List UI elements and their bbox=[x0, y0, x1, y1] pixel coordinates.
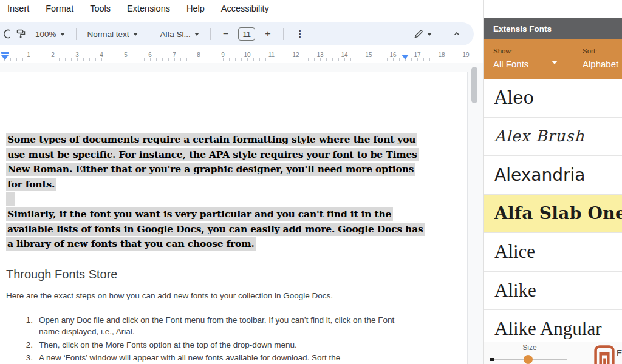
font-list-item[interactable]: Aleo bbox=[484, 79, 622, 118]
decrease-font-size-button[interactable]: − bbox=[219, 29, 232, 39]
document-page[interactable]: Some types of documents require a certai… bbox=[0, 72, 468, 364]
extensis-brand-text: E bbox=[617, 348, 622, 358]
document-numbered-list: 1. Open any Doc file and click on the Fo… bbox=[0, 314, 401, 364]
paragraph-selected-2: Similarly, if the font you want is very … bbox=[6, 207, 425, 252]
right-indent-marker[interactable] bbox=[402, 55, 409, 59]
font-list-item[interactable]: Alice bbox=[484, 233, 622, 272]
increase-font-size-button[interactable]: + bbox=[261, 29, 274, 39]
show-filter: Show: All Fonts bbox=[493, 47, 572, 69]
font-list-item[interactable]: Alexandria bbox=[484, 156, 622, 195]
selected-text-line: Some types of documents require a certai… bbox=[6, 133, 417, 146]
font-list: Aleo Alex Brush Alexandria Alfa Slab One… bbox=[484, 79, 622, 349]
paragraph-selected-1: Some types of documents require a certai… bbox=[6, 132, 419, 192]
font-list-item[interactable]: Alex Brush bbox=[484, 118, 622, 157]
ruler-number: 11 bbox=[268, 52, 275, 58]
ruler-ticks bbox=[4, 58, 471, 61]
selected-text-line: available lists of fonts in Google Docs,… bbox=[6, 223, 425, 236]
ruler-number: 13 bbox=[316, 52, 324, 58]
list-item-text: A new ‘Fonts’ window will appear with al… bbox=[39, 352, 399, 363]
selected-text-line: New Roman. Either that or you're a graph… bbox=[6, 163, 415, 176]
left-indent-marker[interactable] bbox=[1, 55, 9, 60]
sort-dropdown[interactable]: Alphabet bbox=[583, 59, 622, 69]
list-item-text: Open any Doc file and click on the Font … bbox=[39, 314, 399, 338]
ruler-number: 12 bbox=[292, 52, 299, 58]
list-item: 3. A new ‘Fonts’ window will appear with… bbox=[0, 352, 401, 363]
ruler-number: 2 bbox=[49, 52, 56, 58]
toolbar: 100% Normal text Alfa Sl... − 11 + ⋮ bbox=[0, 16, 483, 51]
ruler-number: 14 bbox=[341, 52, 348, 58]
menu-items: Insert Format Tools Extensions Help Acce… bbox=[7, 0, 269, 16]
ruler-number: 3 bbox=[73, 52, 81, 58]
extensis-fonts-sidebar: Extensis Fonts Show: All Fonts Sort: Alp… bbox=[483, 0, 622, 364]
chevron-down-icon[interactable] bbox=[552, 61, 558, 64]
ruler-number: 5 bbox=[122, 52, 129, 58]
sidebar-title: Extensis Fonts bbox=[493, 24, 552, 33]
font-family-value: Alfa Sl... bbox=[160, 30, 191, 39]
redo-icon[interactable] bbox=[4, 29, 10, 39]
sidebar-controls: Show: All Fonts Sort: Alphabet bbox=[484, 39, 622, 79]
extensis-logo-icon bbox=[593, 345, 616, 364]
list-item-number: 2. bbox=[18, 339, 33, 351]
font-sample-text: Alexandria bbox=[494, 165, 585, 185]
ruler-number: 6 bbox=[146, 52, 154, 58]
sidebar-top-strip bbox=[484, 0, 622, 18]
list-item: 2. Then, click on the More Fonts option … bbox=[0, 339, 401, 351]
ruler-number: 10 bbox=[244, 52, 251, 58]
divider bbox=[443, 28, 443, 40]
pen-icon bbox=[414, 29, 423, 39]
selected-text-line: for fonts. bbox=[6, 178, 56, 191]
list-item-text: Then, click on the More Fonts option at … bbox=[39, 339, 399, 351]
first-line-indent-marker[interactable] bbox=[1, 52, 9, 54]
font-sample-text: Alice bbox=[494, 241, 535, 263]
list-item-number: 3. bbox=[18, 352, 33, 363]
menu-item[interactable]: Extensions bbox=[127, 4, 170, 13]
font-list-item[interactable]: Alfa Slab One bbox=[484, 195, 622, 234]
collapse-toolbar-button[interactable] bbox=[452, 29, 462, 39]
font-sample-text: Aleo bbox=[494, 87, 534, 108]
editing-mode-select[interactable] bbox=[411, 27, 434, 41]
ruler-number: 19 bbox=[462, 52, 470, 58]
divider bbox=[76, 28, 77, 40]
ruler[interactable]: 1 2 3 4 5 6 7 8 9 10 11 12 13 14 15 16 1… bbox=[0, 51, 483, 63]
menu-item[interactable]: Tools bbox=[90, 4, 111, 13]
chevron-down-icon bbox=[60, 33, 65, 36]
selected-text-line: a library of new fonts that you can choo… bbox=[6, 237, 256, 251]
font-size-input[interactable]: 11 bbox=[238, 27, 255, 41]
selected-empty-line bbox=[6, 192, 15, 206]
size-slider-thumb[interactable] bbox=[524, 355, 533, 364]
sidebar-bottom-bar: Size E bbox=[484, 342, 622, 364]
toolbar-pill: 100% Normal text Alfa Sl... − 11 + ⋮ bbox=[0, 22, 474, 46]
chevron-down-icon bbox=[427, 33, 432, 36]
menu-item[interactable]: Accessibility bbox=[221, 4, 269, 13]
ruler-number: 16 bbox=[389, 52, 397, 58]
sort-label: Sort: bbox=[583, 47, 622, 55]
sidebar-header: Extensis Fonts bbox=[484, 18, 622, 39]
ruler-number: 17 bbox=[414, 52, 421, 58]
menu-item[interactable]: Help bbox=[186, 4, 205, 13]
ruler-number: 4 bbox=[98, 52, 105, 58]
toolbar-overflow-button[interactable]: ⋮ bbox=[292, 29, 309, 39]
divider bbox=[149, 28, 149, 40]
font-sample-text: Alike bbox=[494, 280, 536, 302]
ruler-number: 1 bbox=[25, 52, 32, 58]
ruler-number: 9 bbox=[219, 52, 227, 58]
menu-item[interactable]: Format bbox=[46, 4, 73, 13]
selected-text-line: use must be specific. For instance, the … bbox=[6, 148, 419, 161]
menu-item[interactable]: Insert bbox=[7, 4, 29, 13]
divider bbox=[283, 28, 284, 40]
paint-format-icon[interactable] bbox=[16, 29, 27, 39]
document-intro-text: Here are the exact steps on how you can … bbox=[6, 291, 333, 300]
zoom-select[interactable]: 100% bbox=[33, 27, 67, 41]
show-dropdown[interactable]: All Fonts bbox=[493, 59, 572, 69]
size-label: Size bbox=[511, 343, 548, 352]
vertical-scrollbar[interactable] bbox=[471, 67, 477, 103]
font-sample-text: Alike Angular bbox=[494, 318, 602, 340]
show-label: Show: bbox=[493, 47, 572, 55]
font-sample-text: Alfa Slab One bbox=[494, 203, 622, 223]
document-canvas: Some types of documents require a certai… bbox=[0, 63, 483, 364]
font-family-select[interactable]: Alfa Sl... bbox=[158, 27, 202, 41]
paragraph-style-select[interactable]: Normal text bbox=[85, 27, 140, 41]
divider bbox=[210, 28, 211, 40]
font-list-item[interactable]: Alike bbox=[484, 272, 622, 311]
selected-text-line: Similarly, if the font you want is very … bbox=[6, 207, 393, 221]
